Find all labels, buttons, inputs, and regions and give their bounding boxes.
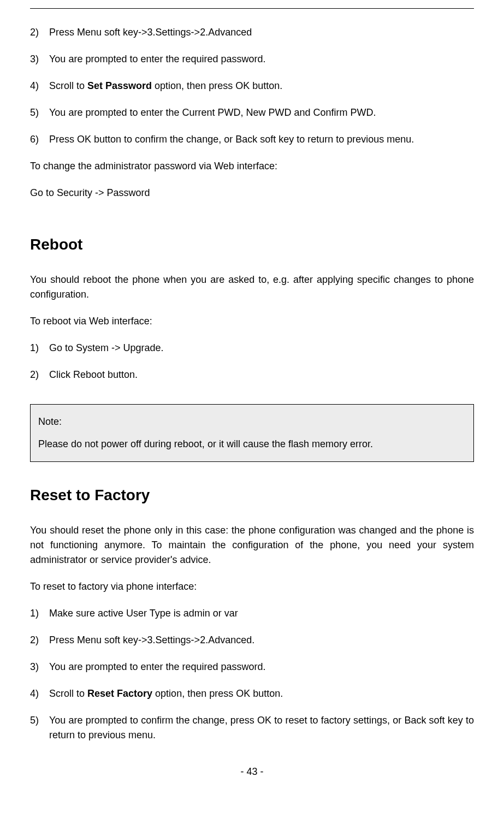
- list-item: 4) Scroll to Set Password option, then p…: [30, 79, 474, 93]
- note-box: Note: Please do not power off during reb…: [30, 404, 474, 462]
- note-body: Please do not power off during reboot, o…: [38, 437, 466, 452]
- list-item: 2) Click Reboot button.: [30, 367, 474, 382]
- list-number: 4): [30, 79, 49, 93]
- paragraph: To reboot via Web interface:: [30, 314, 474, 329]
- list-text: You are prompted to enter the required p…: [49, 52, 474, 67]
- paragraph: To change the administrator password via…: [30, 159, 474, 174]
- bold-text: Reset Factory: [87, 688, 152, 699]
- list-item: 2) Press Menu soft key->3.Settings->2.Ad…: [30, 633, 474, 648]
- list-text: Scroll to Reset Factory option, then pre…: [49, 686, 474, 701]
- text-span: Scroll to: [49, 688, 87, 699]
- heading-reboot: Reboot: [30, 233, 474, 256]
- list-item: 4) Scroll to Reset Factory option, then …: [30, 686, 474, 701]
- list-text: You are prompted to enter the Current PW…: [49, 105, 474, 120]
- text-span: Scroll to: [49, 80, 87, 91]
- list-number: 2): [30, 633, 49, 648]
- list-item: 1) Go to System -> Upgrade.: [30, 341, 474, 355]
- list-text: Click Reboot button.: [49, 367, 474, 382]
- list-item: 3) You are prompted to enter the require…: [30, 660, 474, 674]
- list-text: You are prompted to confirm the change, …: [49, 713, 474, 743]
- list-number: 5): [30, 713, 49, 743]
- paragraph: You should reset the phone only in this …: [30, 523, 474, 567]
- note-title: Note:: [38, 414, 466, 429]
- list-text: Go to System -> Upgrade.: [49, 341, 474, 355]
- bold-text: Set Password: [87, 80, 152, 91]
- page-number: - 43 -: [30, 764, 474, 779]
- list-item: 5) You are prompted to confirm the chang…: [30, 713, 474, 743]
- list-text: You are prompted to enter the required p…: [49, 660, 474, 674]
- heading-reset: Reset to Factory: [30, 484, 474, 507]
- list-number: 3): [30, 660, 49, 674]
- list-text: Press Menu soft key->3.Settings->2.Advan…: [49, 25, 474, 40]
- list-number: 5): [30, 105, 49, 120]
- list-item: 3) You are prompted to enter the require…: [30, 52, 474, 67]
- document-page: 2) Press Menu soft key->3.Settings->2.Ad…: [0, 0, 504, 801]
- list-number: 2): [30, 367, 49, 382]
- list-text: Press OK button to confirm the change, o…: [49, 132, 474, 147]
- list-number: 3): [30, 52, 49, 67]
- list-number: 1): [30, 606, 49, 621]
- text-span: option, then press OK button.: [152, 80, 282, 91]
- list-text: Scroll to Set Password option, then pres…: [49, 79, 474, 93]
- list-number: 4): [30, 686, 49, 701]
- list-text: Make sure active User Type is admin or v…: [49, 606, 474, 621]
- list-item: 1) Make sure active User Type is admin o…: [30, 606, 474, 621]
- list-number: 6): [30, 132, 49, 147]
- paragraph: To reset to factory via phone interface:: [30, 579, 474, 594]
- paragraph: You should reboot the phone when you are…: [30, 272, 474, 302]
- list-item: 6) Press OK button to confirm the change…: [30, 132, 474, 147]
- list-item: 2) Press Menu soft key->3.Settings->2.Ad…: [30, 25, 474, 40]
- top-rule: [30, 8, 474, 9]
- text-span: option, then press OK button.: [152, 688, 283, 699]
- list-number: 2): [30, 25, 49, 40]
- paragraph: Go to Security -> Password: [30, 186, 474, 200]
- list-text: Press Menu soft key->3.Settings->2.Advan…: [49, 633, 474, 648]
- list-number: 1): [30, 341, 49, 355]
- list-item: 5) You are prompted to enter the Current…: [30, 105, 474, 120]
